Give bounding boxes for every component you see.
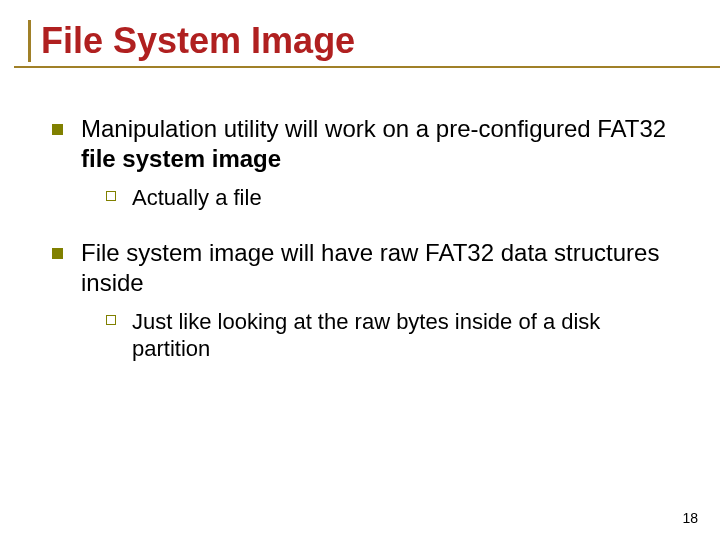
hollow-square-bullet-icon [106, 191, 116, 201]
sub-bullet-text: Actually a file [132, 184, 682, 212]
bullet-text-bold: file system image [81, 145, 281, 172]
sub-bullet-item: Just like looking at the raw bytes insid… [106, 308, 682, 363]
slide-title: File System Image [41, 20, 692, 62]
bullet-text-plain: File system image will have raw FAT32 da… [81, 239, 659, 296]
bullet-text: File system image will have raw FAT32 da… [81, 238, 682, 298]
square-bullet-icon [52, 124, 63, 135]
page-number: 18 [682, 510, 698, 526]
hollow-square-bullet-icon [106, 315, 116, 325]
square-bullet-icon [52, 248, 63, 259]
bullet-text: Manipulation utility will work on a pre-… [81, 114, 682, 174]
bullet-text-plain: Manipulation utility will work on a pre-… [81, 115, 666, 142]
sub-bullet-text: Just like looking at the raw bytes insid… [132, 308, 682, 363]
slide-body: Manipulation utility will work on a pre-… [28, 68, 692, 363]
bullet-item: File system image will have raw FAT32 da… [52, 238, 682, 298]
sub-bullet-item: Actually a file [106, 184, 682, 212]
bullet-item: Manipulation utility will work on a pre-… [52, 114, 682, 174]
title-block: File System Image [28, 20, 692, 62]
